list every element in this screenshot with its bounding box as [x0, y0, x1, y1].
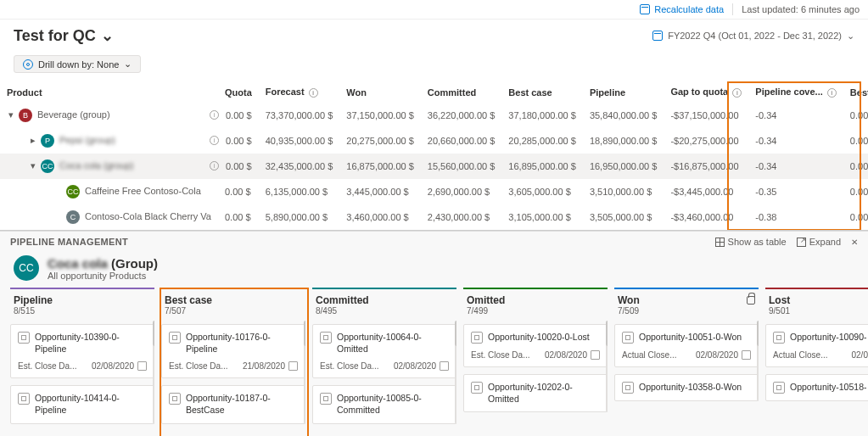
column-header[interactable]: Committed — [421, 81, 502, 103]
scrollbar[interactable] — [606, 321, 608, 412]
page-title[interactable]: Test for QC ⌄ — [14, 26, 114, 45]
cell: 0.00 $ — [843, 103, 868, 128]
cell: 20,285,000.00 $ — [501, 128, 583, 154]
card-title: Opportunity-10176-0-Pipeline — [186, 332, 298, 355]
cell: 20,275,000.00 $ — [339, 128, 421, 154]
card-title: Opportunity-10202-0-Omitted — [488, 382, 600, 405]
close-button[interactable] — [851, 238, 858, 247]
kanban-card[interactable]: Opportunity-10085-0-Committed — [312, 385, 456, 423]
column-header[interactable]: Quota — [218, 81, 259, 103]
cell: 2,690,000.00 $ — [421, 179, 502, 204]
table-row[interactable]: ▾BBeverage (group)0.00 $73,370,000.00 $3… — [0, 103, 868, 128]
forecast-grid[interactable]: ProductQuotaForecast WonCommittedBest ca… — [0, 81, 868, 230]
column-count: 7/507 — [165, 306, 302, 316]
card-title: Opportunity-10187-0-BestCase — [186, 393, 298, 416]
expand-button[interactable]: Expand — [797, 237, 841, 247]
cell: 16,950,000.00 $ — [583, 154, 664, 179]
cell: 32,435,000.00 $ — [259, 154, 340, 179]
cell: 3,105,000.00 $ — [501, 204, 583, 230]
column-header[interactable]: Won — [339, 81, 421, 103]
chevron-down-icon: ⌄ — [101, 26, 114, 45]
scrollbar[interactable] — [455, 321, 456, 424]
column-header[interactable]: Product — [0, 81, 218, 103]
card-title: Opportunity-10358-0-Won — [639, 382, 742, 394]
recalculate-button[interactable]: Recalculate data — [640, 4, 724, 14]
opportunity-icon — [773, 382, 785, 394]
info-icon — [732, 88, 742, 98]
scrollbar[interactable] — [757, 321, 759, 401]
avatar: CC — [66, 185, 80, 198]
period-selector[interactable]: FY2022 Q4 (Oct 01, 2022 - Dec 31, 2022) … — [652, 31, 854, 42]
card-title: Opportunity-10020-0-Lost — [488, 332, 590, 344]
last-updated-label: Last updated: 6 minutes ago — [742, 4, 860, 14]
kanban-card[interactable]: Opportunity-10358-0-Won — [614, 374, 759, 401]
cell: 37,180,000.00 $ — [501, 103, 583, 128]
lock-icon — [747, 296, 755, 305]
column-header[interactable]: Pipeline — [583, 81, 664, 103]
table-row[interactable]: CCCaffeine Free Contoso-Cola0.00 $6,135,… — [0, 179, 868, 204]
kanban-column: Omitted7/499Opportunity-10020-0-LostEst.… — [463, 288, 608, 429]
date-value: 02/08/2020 — [696, 350, 738, 360]
date-label: Est. Close Da... — [18, 361, 76, 371]
date-value: 02/08/2020 — [92, 361, 134, 371]
kanban-card[interactable]: Opportunity-10176-0-PipelineEst. Close D… — [161, 324, 305, 378]
cell: 5,890,000.00 $ — [259, 204, 340, 230]
expand-chevron-icon[interactable]: ▾ — [29, 160, 37, 171]
avatar: B — [19, 109, 32, 122]
kanban-column: Lost9/501Opportunity-10090-Actual Close.… — [765, 288, 868, 429]
info-icon — [309, 88, 318, 98]
calendar-icon — [137, 361, 147, 371]
table-row[interactable]: CContoso-Cola Black Cherry Va0.00 $5,890… — [0, 204, 868, 230]
cell: -0.34 — [748, 128, 843, 154]
kanban-card[interactable]: Opportunity-10390-0-PipelineEst. Close D… — [10, 324, 154, 378]
date-label: Actual Close... — [773, 350, 827, 360]
column-header[interactable]: Best case — [501, 81, 583, 103]
cell: 3,445,000.00 $ — [339, 179, 421, 204]
table-row[interactable]: ▾CCCoca cola (group)0.00 $32,435,000.00 … — [0, 154, 868, 179]
column-count: 7/499 — [467, 306, 604, 316]
table-icon — [715, 238, 725, 247]
kanban-card[interactable]: Opportunity-10064-0-OmittedEst. Close Da… — [312, 324, 456, 378]
column-header[interactable]: Pipeline cove... — [748, 81, 843, 103]
drilldown-button[interactable]: Drill down by: None ⌄ — [14, 55, 141, 73]
kanban-card[interactable]: Opportunity-10414-0-Pipeline — [10, 385, 154, 423]
avatar: C — [66, 210, 80, 224]
column-header[interactable]: Best case disco... — [843, 81, 868, 103]
kanban-card[interactable]: Opportunity-10202-0-Omitted — [463, 374, 608, 412]
product-name: Caffeine Free Contoso-Cola — [85, 186, 201, 196]
divider — [732, 3, 733, 15]
kanban-card[interactable]: Opportunity-10187-0-BestCase — [161, 385, 305, 423]
kanban-card[interactable]: Opportunity-10020-0-LostEst. Close Da...… — [463, 324, 608, 367]
page-title-text: Test for QC — [14, 27, 96, 45]
kanban-card[interactable]: Opportunity-10051-0-WonActual Close...02… — [614, 324, 759, 367]
column-header[interactable]: Forecast — [259, 81, 340, 103]
opportunity-icon — [169, 332, 181, 344]
date-label: Actual Close... — [622, 350, 676, 360]
expand-chevron-icon[interactable]: ▸ — [29, 135, 37, 146]
column-title: Committed — [316, 294, 369, 306]
cell: -$3,460,000.00 — [664, 204, 748, 230]
kanban-card[interactable]: Opportunity-10090-Actual Close...02/08/2… — [765, 324, 868, 367]
cell: 6,135,000.00 $ — [259, 179, 340, 204]
calendar-icon — [652, 31, 663, 41]
drilldown-label: Drill down by: None — [38, 59, 119, 70]
column-header[interactable]: Gap to quota — [664, 81, 748, 103]
product-name: Beverage (group) — [37, 109, 110, 120]
scrollbar[interactable] — [304, 321, 305, 424]
cell: 3,460,000.00 $ — [339, 204, 421, 230]
card-title: Opportunity-10051-0-Won — [639, 332, 742, 344]
product-name: Pepsi (group) — [59, 135, 115, 145]
table-row[interactable]: ▸PPepsi (group)0.00 $40,935,000.00 $20,2… — [0, 128, 868, 154]
column-count: 8/515 — [14, 306, 151, 316]
expand-chevron-icon[interactable]: ▾ — [7, 109, 15, 120]
show-as-table-button[interactable]: Show as table — [715, 237, 787, 247]
info-icon — [827, 88, 837, 98]
info-icon — [210, 161, 219, 170]
column-title: Won — [618, 294, 640, 306]
scrollbar[interactable] — [153, 321, 154, 424]
cell: 3,510,000.00 $ — [583, 179, 664, 204]
recalculate-label: Recalculate data — [654, 4, 724, 14]
cell: 35,840,000.00 $ — [583, 103, 664, 128]
kanban-card[interactable]: Opportunity-10518- — [765, 374, 868, 401]
opportunity-icon — [622, 332, 634, 344]
